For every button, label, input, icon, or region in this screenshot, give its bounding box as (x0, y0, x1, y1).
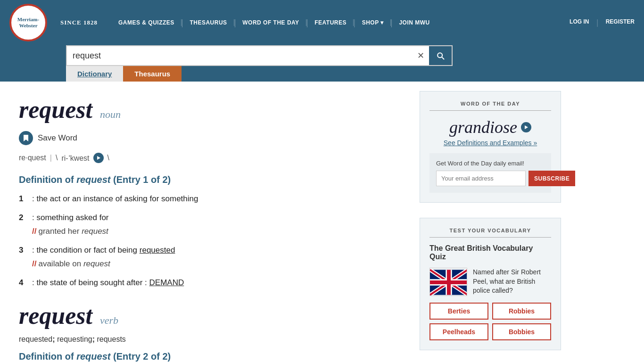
nav-links: GAMES & QUIZZES | THESAURUS | WORD OF TH… (112, 18, 437, 28)
def-entry-1: 1 : the act or an instance of asking for… (19, 193, 401, 205)
wotd-divider (429, 110, 551, 111)
def-content-1: : the act or an instance of asking for s… (32, 193, 401, 205)
search-container: request ✕ (66, 45, 453, 66)
quiz-question: Named after Sir Robert Peel, what are Br… (473, 268, 551, 296)
header-top-row: Merriam-Webster SINCE 1828 GAMES & QUIZZ… (0, 0, 644, 41)
content-area: request noun Save Word re·quest | \ ri-ˈ… (9, 91, 410, 362)
search-row: request ✕ (0, 41, 644, 66)
nav-thesaurus[interactable]: THESAURUS (183, 19, 234, 26)
def-num-4: 4 (19, 277, 26, 289)
save-word-btn[interactable]: Save Word (19, 131, 401, 145)
svg-marker-0 (97, 156, 100, 160)
quiz-option-3[interactable]: Bobbies (492, 323, 551, 340)
subscribe-button[interactable]: SUBSCRIBE (528, 171, 575, 186)
nav-wotd[interactable]: WORD OF THE DAY (236, 19, 306, 26)
quiz-option-0[interactable]: Berties (429, 303, 488, 320)
email-row: SUBSCRIBE (436, 171, 545, 186)
since-label: SINCE 1828 (60, 19, 98, 26)
email-input[interactable] (436, 171, 526, 186)
def-heading-2: Definition of request (Entry 2 of 2) (19, 351, 401, 362)
email-label: Get Word of the Day daily email! (436, 160, 545, 167)
requested-link[interactable]: requested (140, 246, 175, 255)
def-heading-1: Definition of request (Entry 1 of 2) (19, 174, 401, 185)
search-input[interactable]: request (67, 51, 413, 61)
tabs-row: Dictionary Thesaurus (0, 66, 644, 82)
main-container: request noun Save Word re·quest | \ ri-ˈ… (0, 82, 644, 362)
demand-link[interactable]: DEMAND (149, 278, 184, 287)
pron-text: re·quest (19, 154, 46, 162)
search-icon (436, 51, 445, 60)
word-pos-1: noun (100, 108, 121, 121)
pron-backslash-open: \ (56, 154, 58, 162)
def-content-4: : the state of being sought after : DEMA… (32, 277, 401, 289)
nav-register[interactable]: REGISTER (606, 18, 635, 27)
audio-button-1[interactable] (93, 153, 104, 163)
wotd-see-link[interactable]: See Definitions and Examples » (429, 139, 551, 147)
pron-phonetic: ri-ˈkwest (61, 154, 89, 163)
quiz-option-1[interactable]: Robbies (492, 303, 551, 320)
wotd-word: grandiose (429, 117, 551, 137)
def-num-3: 3 (19, 244, 26, 270)
def-content-2: : something asked for //granted her requ… (32, 212, 401, 238)
flag-image (429, 268, 467, 296)
nav-games[interactable]: GAMES & QUIZZES (112, 19, 182, 26)
auth-links: LOG IN | REGISTER (570, 18, 635, 27)
nav-login[interactable]: LOG IN (570, 18, 589, 27)
wotd-label: WORD OF THE DAY (429, 101, 551, 107)
quiz-option-2[interactable]: Peelheads (429, 323, 488, 340)
nav-features[interactable]: FEATURES (308, 19, 354, 26)
quiz-options: Berties Robbies Peelheads Bobbies (429, 303, 551, 340)
def-entry-4: 4 : the state of being sought after : DE… (19, 277, 401, 289)
header: Merriam-Webster SINCE 1828 GAMES & QUIZZ… (0, 0, 644, 82)
logo[interactable]: Merriam-Webster (9, 4, 47, 41)
wotd-card: WORD OF THE DAY grandiose See Definition… (420, 91, 561, 203)
def-example-3: //available on request (32, 258, 401, 270)
def-content-3: : the condition or fact of being request… (32, 244, 401, 270)
word-pos-2: verb (100, 314, 118, 327)
def-example-2: //granted her request (32, 225, 401, 238)
pronunciation: re·quest | \ ri-ˈkwest \ (19, 153, 401, 163)
inflection-1: requested (19, 335, 52, 343)
def-entry-2: 2 : something asked for //granted her re… (19, 212, 401, 238)
logo-text: Merriam-Webster (17, 16, 39, 29)
nav-area: GAMES & QUIZZES | THESAURUS | WORD OF TH… (112, 18, 635, 28)
inflections: requested; requesting; requests (19, 335, 401, 344)
word-heading-2: request verb (19, 302, 401, 329)
nav-join[interactable]: JOIN MWU (392, 19, 436, 26)
tab-thesaurus[interactable]: Thesaurus (123, 66, 182, 82)
pron-backslash-close: \ (107, 154, 109, 162)
bookmark-icon (19, 131, 33, 145)
word-title-2: request (19, 302, 92, 329)
email-section: Get Word of the Day daily email! SUBSCRI… (429, 153, 551, 193)
inflection-3: requests (97, 335, 125, 343)
search-button[interactable] (429, 46, 452, 65)
wotd-audio-button[interactable] (521, 122, 531, 132)
save-word-label: Save Word (38, 133, 77, 143)
inflection-2: requesting (57, 335, 92, 343)
vocab-card: TEST YOUR VOCABULARY The Great British V… (420, 218, 561, 350)
clear-icon[interactable]: ✕ (413, 50, 429, 61)
sidebar: WORD OF THE DAY grandiose See Definition… (420, 91, 561, 362)
def-num-1: 1 (19, 193, 26, 205)
tab-dictionary[interactable]: Dictionary (66, 66, 123, 82)
nav-shop[interactable]: SHOP ▾ (355, 19, 391, 26)
word-title-1: request (19, 96, 92, 123)
svg-marker-1 (525, 125, 528, 129)
def-num-2: 2 (19, 212, 26, 238)
logo-area: Merriam-Webster (9, 4, 47, 41)
def-entry-3: 3 : the condition or fact of being reque… (19, 244, 401, 270)
vocab-label: TEST YOUR VOCABULARY (429, 228, 551, 233)
quiz-content-row: Named after Sir Robert Peel, what are Br… (429, 268, 551, 296)
word-heading-1: request noun (19, 96, 401, 123)
vocab-divider (429, 237, 551, 238)
quiz-title: The Great British Vocabulary Quiz (429, 244, 551, 261)
